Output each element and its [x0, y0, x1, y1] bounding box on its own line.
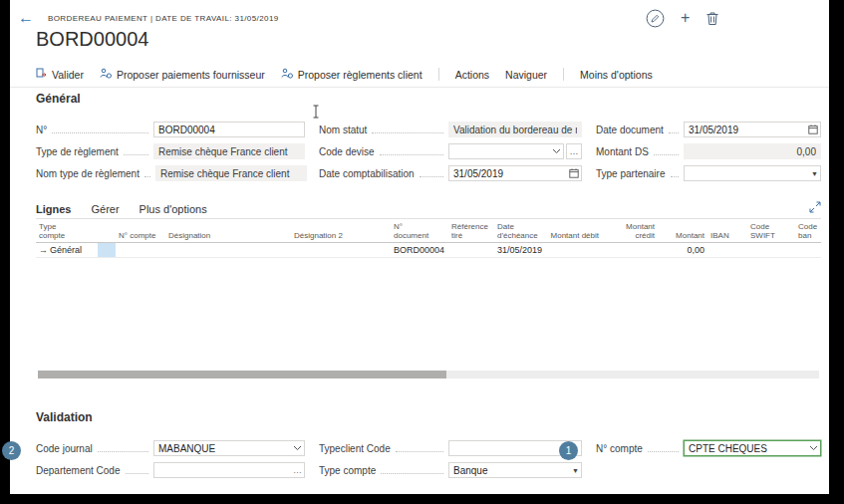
page-title: BORD00004 [36, 28, 148, 51]
cell-type-compte[interactable]: →Général [36, 243, 98, 258]
type-compte-select[interactable] [448, 462, 582, 478]
cell-montant-debit[interactable] [546, 243, 602, 258]
col-code-swift[interactable]: Code SWIFT [747, 221, 795, 243]
col-no-document[interactable]: N° document [391, 221, 448, 243]
cell-montant[interactable]: 0,00 [658, 243, 707, 258]
app-window: ← BORDEREAU PAIEMENT | DATE DE TRAVAIL: … [10, 0, 829, 494]
field-no: N° [36, 122, 305, 137]
departement-code-input[interactable] [153, 462, 305, 478]
cell-code-swift[interactable] [747, 243, 795, 258]
table-row[interactable]: →Général BORD00004 31/05/2019 0,00 [36, 243, 821, 258]
general-section: Général N° Type de règlement [36, 92, 821, 187]
naviguer-menu[interactable]: Naviguer [505, 69, 547, 81]
scrollbar-thumb[interactable] [38, 371, 446, 378]
calendar-icon[interactable] [569, 168, 579, 178]
date-comptabilisation-input[interactable] [448, 165, 582, 181]
col-selector [98, 221, 116, 243]
calendar-icon[interactable] [808, 125, 818, 134]
validation-col3: N° compte [596, 440, 821, 484]
code-devise-input[interactable] [448, 143, 564, 159]
edit-icon[interactable] [646, 9, 665, 28]
field-date-document: Date document [596, 122, 821, 137]
proposer-paiements-fournisseur-label: Proposer paiements fournisseur [117, 69, 265, 81]
validation-section-title[interactable]: Validation [36, 410, 821, 424]
no-label: N° [36, 125, 47, 135]
annotation-step-1: 1 [559, 441, 578, 460]
post-icon [36, 68, 47, 81]
col-montant-debit[interactable]: Montant débit [546, 221, 602, 243]
proposer-reglements-client-button[interactable]: Proposer règlements client [281, 68, 422, 81]
dropdown-arrow-icon[interactable]: ▼ [811, 170, 818, 177]
date-document-label: Date document [596, 125, 664, 135]
col-reference-tire[interactable]: Référence tiré [448, 221, 494, 243]
cell-montant-credit[interactable] [602, 243, 658, 258]
validation-section: Validation Code journal Departement Code [36, 410, 821, 484]
cell-code-banque[interactable] [795, 243, 821, 258]
cell-date-echeance[interactable]: 31/05/2019 [494, 243, 546, 258]
no-input[interactable] [153, 122, 305, 137]
add-icon[interactable]: + [681, 9, 690, 27]
col-montant[interactable]: Montant [658, 221, 707, 243]
chevron-down-icon[interactable] [552, 148, 561, 154]
customer-payments-icon [281, 68, 293, 81]
dotted-leader [144, 176, 150, 177]
cell-no-document[interactable]: BORD00004 [391, 243, 448, 258]
validation-fields: Code journal Departement Code … [36, 440, 821, 484]
cell-iban[interactable] [707, 243, 747, 258]
tab-plus-options[interactable]: Plus d'options [140, 203, 207, 215]
code-devise-label: Code devise [319, 146, 375, 157]
actions-menu[interactable]: Actions [455, 69, 489, 81]
col-code-banque[interactable]: Code ban [795, 221, 821, 243]
montant-ds-label: Montant DS [596, 146, 649, 157]
code-journal-input[interactable] [153, 440, 305, 456]
col-no-compte[interactable]: N° compte [116, 221, 165, 243]
field-code-journal: Code journal [36, 440, 305, 456]
chevron-down-icon[interactable] [809, 445, 818, 451]
date-comptabilisation-control [448, 165, 582, 181]
dotted-leader [420, 176, 443, 177]
horizontal-scrollbar[interactable] [38, 371, 819, 378]
delete-icon[interactable] [705, 11, 719, 26]
type-partenaire-select[interactable] [684, 165, 821, 181]
code-journal-label: Code journal [36, 443, 93, 454]
general-section-title[interactable]: Général [36, 92, 821, 106]
date-document-input[interactable] [684, 122, 821, 137]
col-date-echeance[interactable]: Date d'échéance [494, 221, 546, 243]
assist-edit-button[interactable]: … [566, 143, 582, 159]
field-nom-type-reglement: Nom type de règlement [36, 165, 305, 181]
cell-selected[interactable] [98, 243, 116, 258]
code-devise-control [448, 143, 564, 159]
dropdown-arrow-icon[interactable]: ▼ [572, 467, 579, 474]
col-designation-2[interactable]: Désignation 2 [291, 221, 391, 243]
col-montant-credit[interactable]: Montant crédit [602, 221, 658, 243]
chevron-down-icon[interactable] [293, 445, 302, 451]
tab-gerer[interactable]: Gérer [91, 203, 119, 215]
col-designation[interactable]: Désignation [165, 221, 291, 243]
cell-designation-2[interactable] [291, 243, 391, 258]
action-bar: Valider Proposer paiements fournisseur P… [10, 62, 829, 88]
type-compte-control: ▼ [448, 462, 582, 478]
back-icon[interactable]: ← [18, 10, 34, 26]
type-reglement-label: Type de règlement [36, 146, 119, 157]
valider-button[interactable]: Valider [36, 68, 84, 81]
tab-lignes[interactable]: Lignes [36, 203, 71, 215]
no-compte-input[interactable] [684, 440, 821, 456]
field-montant-ds: Montant DS [596, 143, 821, 159]
moins-options-button[interactable]: Moins d'options [580, 69, 653, 81]
col-type-compte[interactable]: Type compte [36, 221, 98, 243]
cell-reference-tire[interactable] [448, 243, 494, 258]
proposer-paiements-fournisseur-button[interactable]: Proposer paiements fournisseur [100, 68, 265, 81]
field-no-compte: N° compte [596, 440, 821, 456]
type-partenaire-label: Type partenaire [596, 168, 666, 179]
focus-mode-icon[interactable] [809, 201, 821, 215]
dotted-leader [52, 132, 148, 133]
col-iban[interactable]: IBAN [707, 221, 747, 243]
cell-no-compte[interactable] [116, 243, 165, 258]
cell-designation[interactable] [165, 243, 291, 258]
text-cursor [312, 105, 320, 123]
general-col1: N° Type de règlement Nom type de règleme… [36, 122, 305, 187]
breadcrumb: BORDEREAU PAIEMENT | DATE DE TRAVAIL: 31… [48, 14, 279, 23]
typeclient-code-label: Typeclient Code [319, 443, 391, 454]
dotted-leader [381, 473, 443, 474]
assist-edit-icon[interactable]: … [293, 465, 302, 475]
